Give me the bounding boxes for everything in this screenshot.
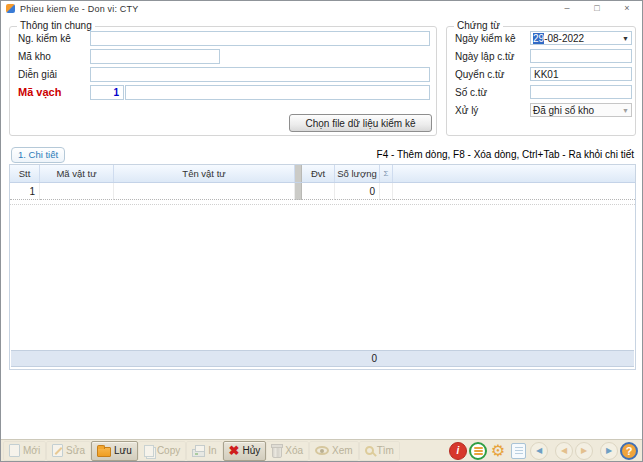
cell-splitter	[295, 183, 302, 200]
label-ngay-kiem-ke: Ngày kiểm kê	[455, 33, 516, 44]
cell-ma-vat-tu[interactable]	[40, 183, 114, 200]
print-button-label: In	[208, 445, 216, 456]
maximize-button[interactable]: □	[582, 1, 612, 16]
column-header-ma-vat-tu[interactable]: Mã vật tư	[40, 165, 114, 182]
ngay-lap-input[interactable]	[530, 49, 632, 63]
detail-grid[interactable]: Stt Mã vật tư Tên vật tư Đvt Số lượng Σ …	[9, 164, 636, 370]
copy-button[interactable]: Copy	[138, 441, 186, 461]
column-header-filler	[393, 165, 635, 182]
ma-kho-input[interactable]	[90, 49, 220, 64]
ngay-kiem-ke-combo[interactable]: 29-08-2022 ▼	[530, 31, 632, 45]
dien-giai-input[interactable]	[90, 67, 430, 82]
copy-button-label: Copy	[157, 445, 180, 456]
chevron-down-icon[interactable]: ▼	[622, 107, 629, 114]
so-ctu-input[interactable]	[530, 85, 632, 99]
ma-vach-input[interactable]	[125, 85, 430, 100]
trash-icon	[272, 446, 282, 458]
first-record-icon[interactable]: ◀	[530, 442, 548, 460]
cell-ten-vat-tu[interactable]	[114, 183, 295, 200]
label-ma-kho: Mã kho	[18, 51, 51, 62]
delete-button-label: Xóa	[285, 445, 303, 456]
notes-icon[interactable]	[511, 443, 526, 459]
new-button[interactable]: Mới	[3, 441, 46, 461]
column-header-sigma[interactable]: Σ	[380, 165, 393, 182]
edit-icon	[52, 444, 63, 457]
titlebar: Phieu kiem ke - Don vi: CTY – □ ×	[1, 1, 642, 16]
info-icon[interactable]: i	[449, 442, 467, 460]
nguoi-kiem-ke-input[interactable]	[90, 31, 430, 46]
label-so-ctu: Số c.từ	[455, 87, 487, 98]
label-xu-ly: Xử lý	[455, 105, 478, 116]
help-icon[interactable]: ?	[620, 442, 638, 460]
date-rest-part: -08-2022	[544, 33, 584, 44]
summary-row: 0	[11, 350, 634, 367]
column-header-dvt[interactable]: Đvt	[302, 165, 335, 182]
summary-so-luong: 0	[336, 351, 381, 366]
keyboard-hint: F4 - Thêm dòng, F8 - Xóa dòng, Ctrl+Tab …	[377, 149, 634, 160]
cancel-button-label: Hủy	[242, 445, 260, 456]
group-document-legend: Chứng từ	[454, 20, 503, 31]
grid-header: Stt Mã vật tư Tên vật tư Đvt Số lượng Σ	[10, 165, 635, 183]
bottom-toolbar: Mới Sửa Lưu Copy In ✖ Hủy Xóa Xem	[1, 439, 642, 461]
new-document-icon	[9, 444, 20, 457]
choose-file-button[interactable]: Chọn file dữ liệu kiểm kê	[289, 114, 432, 132]
cancel-button[interactable]: ✖ Hủy	[223, 441, 267, 461]
cell-so-luong[interactable]: 0	[335, 183, 380, 200]
column-header-stt[interactable]: Stt	[10, 165, 40, 182]
view-button-label: Xem	[332, 445, 353, 456]
new-button-label: Mới	[23, 445, 40, 456]
next-record-icon[interactable]: ▶	[575, 442, 593, 460]
cell-sigma	[380, 183, 393, 200]
label-ma-vach: Mã vạch	[18, 86, 61, 98]
cancel-x-icon: ✖	[229, 444, 240, 457]
find-button-label: Tìm	[377, 445, 394, 456]
xu-ly-value: Đã ghi sổ kho	[533, 105, 594, 116]
list-icon[interactable]	[469, 442, 487, 460]
column-header-ten-vat-tu[interactable]: Tên vật tư	[114, 165, 295, 182]
app-window: Phieu kiem ke - Don vi: CTY – □ × Thông …	[0, 0, 643, 462]
cell-stt[interactable]: 1	[10, 183, 40, 200]
label-quyen-ctu: Quyển c.từ	[455, 69, 505, 80]
cell-filler	[393, 183, 635, 200]
edit-button[interactable]: Sửa	[46, 441, 91, 461]
date-selected-part: 29	[533, 33, 544, 44]
gear-icon[interactable]: ⚙	[489, 442, 507, 460]
close-button[interactable]: ×	[612, 1, 642, 16]
group-general-info: Thông tin chung Ng. kiểm kê Mã kho Diễn …	[9, 26, 437, 136]
save-folder-icon	[97, 447, 111, 457]
edit-button-label: Sửa	[66, 445, 85, 456]
empty-row-strip	[10, 200, 635, 205]
group-general-legend: Thông tin chung	[17, 20, 95, 31]
copy-icon	[144, 445, 154, 457]
eye-icon	[315, 446, 329, 455]
xu-ly-combo[interactable]: Đã ghi sổ kho ▼	[530, 103, 632, 117]
quyen-ctu-input[interactable]	[530, 67, 632, 81]
table-row[interactable]: 1 0	[10, 183, 635, 200]
cell-dvt[interactable]	[302, 183, 335, 200]
last-record-icon[interactable]: ▶	[600, 442, 618, 460]
app-icon	[6, 4, 15, 13]
print-button[interactable]: In	[186, 441, 222, 461]
save-button-label: Lưu	[114, 445, 132, 456]
prev-record-icon[interactable]: ◀	[555, 442, 573, 460]
save-button[interactable]: Lưu	[91, 441, 138, 461]
column-splitter[interactable]	[295, 165, 302, 182]
toolbar-right-icons: i ⚙ ◀ ◀ ▶ ▶ ?	[449, 442, 638, 460]
label-nguoi-kiem-ke: Ng. kiểm kê	[18, 33, 71, 44]
find-button[interactable]: Tìm	[359, 441, 400, 461]
view-button[interactable]: Xem	[309, 441, 359, 461]
label-dien-giai: Diễn giải	[18, 69, 57, 80]
column-header-so-luong[interactable]: Số lượng	[335, 165, 380, 182]
ma-vach-count: 1	[90, 85, 124, 100]
print-icon	[192, 449, 205, 457]
chevron-down-icon[interactable]: ▼	[622, 35, 629, 42]
delete-button[interactable]: Xóa	[266, 441, 309, 461]
minimize-button[interactable]: –	[552, 1, 582, 16]
window-title: Phieu kiem ke - Don vi: CTY	[20, 4, 138, 14]
search-icon	[365, 446, 374, 455]
label-ngay-lap: Ngày lập c.từ	[455, 51, 515, 62]
tab-chi-tiet[interactable]: 1. Chi tiết	[11, 147, 65, 163]
group-document: Chứng từ Ngày kiểm kê Ngày lập c.từ Quyể…	[446, 26, 636, 136]
